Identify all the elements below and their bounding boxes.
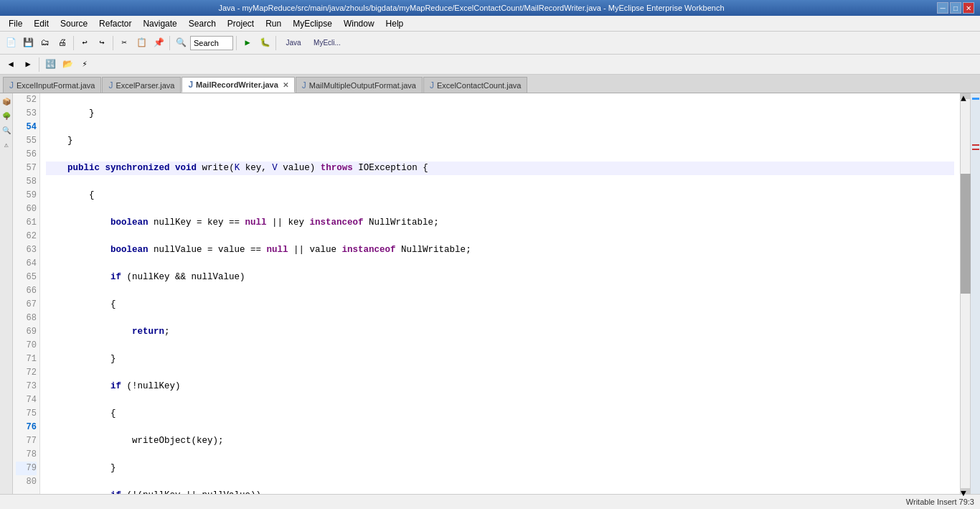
main-area: 📦 🌳 🔍 ⚠ 52 53 54 55 56 57 58 59 60 61 62…: [0, 93, 980, 494]
tab-ExcelParser[interactable]: J ExcelParser.java: [102, 77, 181, 93]
code-line-54: public synchronized void write(K key, V …: [46, 162, 954, 175]
code-line-61: }: [46, 352, 954, 366]
myeclipse-btn[interactable]: MyEcli...: [309, 35, 345, 51]
menu-file[interactable]: File: [3, 17, 28, 30]
file-icon: J: [302, 80, 306, 90]
print-button[interactable]: 🖨: [55, 35, 70, 51]
hierarchy-icon[interactable]: 🌳: [1, 111, 12, 122]
title-bar: Java - myMapReduce/src/main/java/zhouls/…: [0, 0, 980, 16]
menu-help[interactable]: Help: [380, 17, 410, 30]
code-line-64: writeObject(key);: [46, 434, 954, 448]
problems-icon[interactable]: ⚠: [1, 139, 12, 151]
code-container: 52 53 54 55 56 57 58 59 60 61 62 63 64 6…: [13, 93, 960, 494]
code-line-62: if (!nullKey): [46, 380, 954, 393]
search-view-icon[interactable]: 🔍: [1, 125, 12, 136]
far-right-panel: [970, 93, 980, 494]
prev-edit-btn[interactable]: ◀: [3, 57, 19, 73]
toolbar-1: 📄 💾 🗂 🖨 ↩ ↪ ✂ 📋 📌 🔍 Search ▶ 🐛 Java MyEc…: [0, 32, 980, 55]
scroll-down-arrow[interactable]: ▼: [961, 488, 971, 494]
code-line-60: return;: [46, 325, 954, 339]
package-explorer-icon[interactable]: 📦: [1, 96, 12, 108]
file-icon: J: [430, 80, 434, 90]
menu-refactor[interactable]: Refactor: [93, 17, 137, 30]
file-icon: J: [9, 80, 14, 90]
close-button[interactable]: ✕: [963, 2, 974, 14]
redo-button[interactable]: ↪: [94, 35, 110, 51]
menu-window[interactable]: Window: [338, 17, 380, 30]
tab-ExcelContactCount[interactable]: J ExcelContactCount.java: [423, 77, 527, 93]
code-line-57: boolean nullValue = value == null || val…: [46, 243, 954, 257]
overview-ruler: [972, 98, 979, 100]
search-input[interactable]: Search: [190, 36, 233, 50]
left-sidebar: 📦 🌳 🔍 ⚠: [0, 93, 13, 494]
code-line-66: if (!(nullKey || nullValue)): [46, 489, 954, 494]
status-bar: Writable Insert 79:3: [0, 494, 980, 508]
menu-bar: File Edit Source Refactor Navigate Searc…: [0, 16, 980, 32]
menu-run[interactable]: Run: [260, 17, 287, 30]
undo-button[interactable]: ↩: [77, 35, 93, 51]
code-line-59: {: [46, 298, 954, 312]
tab-MailRecordWriter[interactable]: J MailRecordWriter.java ✕: [182, 77, 294, 93]
code-line-58: if (nullKey && nullValue): [46, 271, 954, 284]
code-line-53: }: [46, 134, 954, 148]
tab-ExcelInputFormat[interactable]: J ExcelInputFormat.java: [3, 77, 101, 93]
run-button[interactable]: ▶: [240, 35, 255, 51]
editor-area[interactable]: 52 53 54 55 56 57 58 59 60 61 62 63 64 6…: [13, 93, 960, 494]
paste-button[interactable]: 📌: [151, 35, 166, 51]
maximize-button[interactable]: □: [950, 2, 961, 14]
java-perspective[interactable]: Java: [279, 35, 308, 51]
debug-button[interactable]: 🐛: [257, 35, 273, 51]
menu-project[interactable]: Project: [222, 17, 260, 30]
open-type-btn[interactable]: 🔣: [42, 57, 58, 73]
copy-button[interactable]: 📋: [133, 35, 149, 51]
code-line-55: {: [46, 189, 954, 202]
overview-marker: [972, 144, 979, 146]
next-edit-btn[interactable]: ▶: [20, 57, 36, 73]
menu-navigate[interactable]: Navigate: [137, 17, 182, 30]
search-button[interactable]: 🔍: [173, 35, 189, 51]
scroll-thumb[interactable]: [961, 174, 971, 294]
open-resource-btn[interactable]: 📂: [60, 57, 75, 73]
menu-source[interactable]: Source: [55, 17, 93, 30]
title-bar-text: Java - myMapReduce/src/main/java/zhouls/…: [6, 4, 937, 12]
cut-button[interactable]: ✂: [116, 35, 132, 51]
line-numbers: 52 53 54 55 56 57 58 59 60 61 62 63 64 6…: [13, 93, 40, 494]
overview-marker2: [972, 149, 979, 150]
file-icon: J: [188, 80, 193, 90]
scroll-up-arrow[interactable]: ▲: [961, 93, 971, 99]
file-icon: J: [108, 80, 113, 90]
menu-myeclipse[interactable]: MyEclipse: [287, 17, 338, 30]
code-line-52: }: [46, 107, 954, 121]
minimize-button[interactable]: ─: [937, 2, 948, 14]
save-all-button[interactable]: 🗂: [37, 35, 53, 51]
tab-close-icon[interactable]: ✕: [283, 81, 288, 89]
code-content[interactable]: } } public synchronized void write(K key…: [40, 93, 960, 494]
code-line-63: {: [46, 407, 954, 421]
code-line-56: boolean nullKey = key == null || key ins…: [46, 216, 954, 230]
scroll-track[interactable]: ▲ ▼: [960, 93, 970, 494]
menu-search[interactable]: Search: [183, 17, 222, 30]
save-button[interactable]: 💾: [20, 35, 36, 51]
tab-bar: J ExcelInputFormat.java J ExcelParser.ja…: [0, 75, 980, 93]
tab-MailMultipleOutputFormat[interactable]: J MailMultipleOutputFormat.java: [296, 77, 423, 93]
quick-access-btn[interactable]: ⚡: [77, 57, 93, 73]
menu-edit[interactable]: Edit: [28, 17, 55, 30]
toolbar-2: ◀ ▶ 🔣 📂 ⚡: [0, 55, 980, 75]
code-line-65: }: [46, 462, 954, 475]
new-button[interactable]: 📄: [3, 35, 19, 51]
